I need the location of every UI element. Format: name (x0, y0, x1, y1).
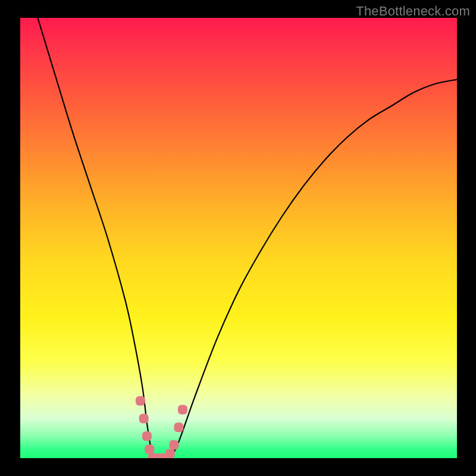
highlight-marker (145, 444, 154, 454)
highlight-marker (139, 414, 149, 423)
highlight-marker (136, 396, 145, 406)
chart-frame: TheBottleneck.com (0, 0, 476, 476)
highlight-markers (136, 396, 187, 458)
watermark-text: TheBottleneck.com (356, 4, 470, 19)
highlight-marker (165, 449, 175, 458)
bottleneck-curve-path (37, 18, 457, 458)
highlight-marker (142, 431, 152, 441)
highlight-marker (178, 405, 187, 415)
highlight-marker (174, 422, 183, 432)
chart-svg (20, 18, 457, 458)
plot-area (20, 18, 457, 458)
highlight-marker (169, 440, 178, 450)
